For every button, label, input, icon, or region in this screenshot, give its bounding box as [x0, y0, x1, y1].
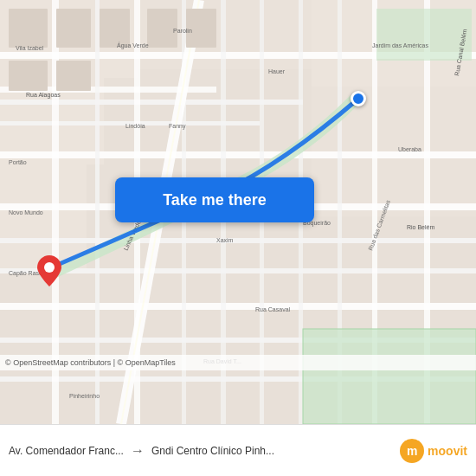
- svg-text:Uberaba: Uberaba: [398, 146, 421, 152]
- svg-point-61: [44, 262, 55, 273]
- svg-rect-33: [56, 9, 91, 48]
- destination-label: Gndi Centro Clínico Pinh...: [151, 445, 274, 457]
- svg-rect-10: [0, 151, 476, 158]
- arrow-icon: →: [131, 443, 145, 459]
- svg-text:Novo Mundo: Novo Mundo: [9, 209, 43, 215]
- svg-rect-30: [303, 329, 476, 424]
- origin-label: Av. Comendador Franc...: [9, 445, 124, 457]
- attribution-text: © OpenStreetMap contributors | © OpenMap…: [5, 358, 176, 367]
- svg-text:Xaxim: Xaxim: [216, 237, 234, 243]
- destination-pin: [37, 255, 61, 286]
- moovit-logo: m moovit: [400, 439, 467, 463]
- svg-text:Rio Belém: Rio Belém: [407, 224, 434, 230]
- take-me-there-button[interactable]: Take me there: [115, 177, 314, 222]
- svg-text:Jardim das Américas: Jardim das Américas: [372, 42, 428, 48]
- moovit-logo-icon: m: [400, 439, 424, 463]
- svg-text:Fanny: Fanny: [169, 123, 186, 130]
- svg-rect-15: [0, 303, 476, 310]
- svg-text:Parolin: Parolin: [173, 28, 192, 34]
- svg-text:Portão: Portão: [9, 159, 27, 165]
- start-location-dot: [351, 91, 366, 106]
- svg-rect-3: [0, 164, 87, 268]
- svg-text:Hauer: Hauer: [268, 68, 286, 74]
- map-container: Vila Izabel Água Verde Jardim das Améric…: [0, 0, 476, 424]
- map-attribution: © OpenStreetMap contributors | © OpenMap…: [0, 355, 476, 370]
- svg-rect-38: [56, 61, 91, 91]
- svg-rect-32: [9, 9, 48, 48]
- svg-rect-11: [0, 100, 303, 105]
- bottom-navigation-bar: Av. Comendador Franc... → Gndi Centro Cl…: [0, 424, 476, 476]
- svg-text:Lindóia: Lindóia: [125, 123, 145, 129]
- svg-text:Água Verde: Água Verde: [117, 42, 149, 49]
- svg-text:Rua Alagoas: Rua Alagoas: [26, 92, 61, 99]
- svg-text:Pinheirinho: Pinheirinho: [69, 393, 100, 399]
- svg-rect-37: [9, 61, 48, 91]
- svg-text:Vila Izabel: Vila Izabel: [16, 45, 44, 51]
- svg-rect-13: [0, 238, 476, 243]
- svg-text:Rua Casaval: Rua Casaval: [255, 306, 291, 312]
- moovit-logo-text: moovit: [428, 444, 467, 458]
- route-info: Av. Comendador Franc... → Gndi Centro Cl…: [9, 443, 393, 459]
